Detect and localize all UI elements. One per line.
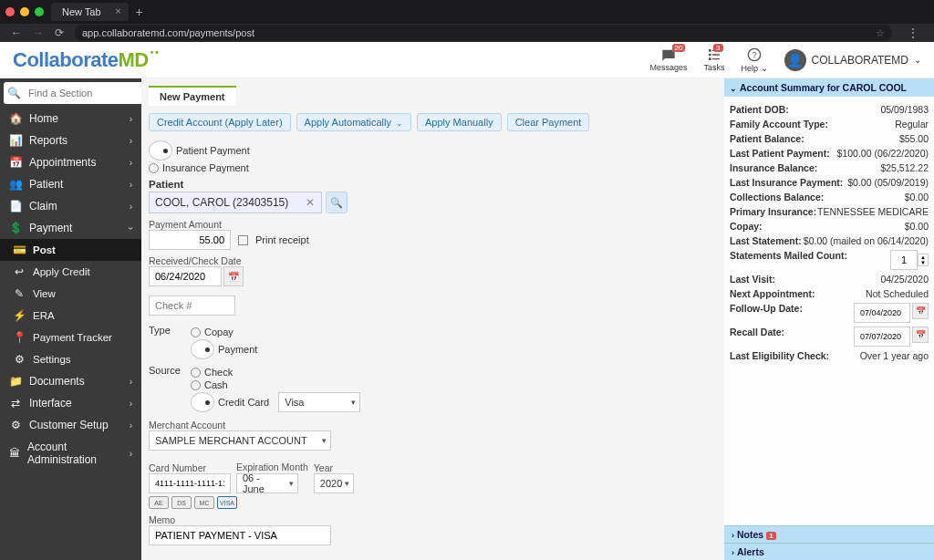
cc-type-select[interactable]: Visa <box>278 392 360 412</box>
window-controls[interactable] <box>5 7 44 16</box>
sidebar-search[interactable]: 🔍 <box>4 82 158 104</box>
clear-patient-icon[interactable]: ✕ <box>306 196 315 209</box>
apply-manually-button[interactable]: Apply Manually <box>417 113 502 131</box>
bookmark-icon[interactable]: ☆ <box>876 27 885 39</box>
maximize-window-icon[interactable] <box>35 7 44 16</box>
sidebar-item-home[interactable]: 🏠Home› <box>0 108 141 130</box>
sidebar-item-claim[interactable]: 📄Claim› <box>0 195 141 217</box>
sidebar-item-account-administration[interactable]: 🏛Account Administration› <box>0 436 141 471</box>
messages-button[interactable]: 20 Messages <box>649 47 687 72</box>
address-bar[interactable]: app.collaboratemd.com/payments/post ☆ <box>75 25 892 41</box>
exp-year-label: Year <box>314 462 354 473</box>
payment-amount-input[interactable] <box>149 230 231 250</box>
received-date-input[interactable] <box>149 266 222 286</box>
notes-toggle[interactable]: ›Notes1 <box>724 525 934 543</box>
source-check-radio[interactable] <box>191 368 201 378</box>
chevron-right-icon: › <box>130 180 132 190</box>
browser-tab[interactable]: New Tab × <box>51 3 129 21</box>
summary-value: Regular <box>895 119 929 130</box>
summary-key: Statements Mailed Count: <box>730 250 847 270</box>
print-receipt-label: Print receipt <box>255 234 309 245</box>
sidebar-subitem-payment-tracker[interactable]: 📍Payment Tracker <box>0 327 141 348</box>
summary-key: Last Insurance Payment: <box>730 177 843 188</box>
help-button[interactable]: ? Help ⌄ <box>742 47 768 73</box>
summary-key: Patient DOB: <box>730 104 789 115</box>
sidebar-item-customer-setup[interactable]: ⚙Customer Setup› <box>0 414 141 436</box>
sidebar-subitem-apply-credit[interactable]: ↩Apply Credit <box>0 261 141 283</box>
chart-icon: 📊 <box>9 134 22 147</box>
summary-header[interactable]: ⌄Account Summary for CAROL COOL <box>724 78 934 97</box>
memo-input[interactable] <box>149 525 331 545</box>
summary-key: Last Visit: <box>730 274 775 285</box>
tasks-button[interactable]: 3 Tasks <box>703 47 724 72</box>
user-menu[interactable]: 👤 COLLABORATEMD ⌄ <box>784 49 921 71</box>
tab-new-payment[interactable]: New Payment <box>149 86 236 106</box>
new-tab-button[interactable]: + <box>136 5 143 19</box>
source-cash-radio[interactable] <box>191 380 201 390</box>
patient-search-button[interactable]: 🔍 <box>326 192 348 213</box>
source-credit-card-radio[interactable] <box>191 392 214 412</box>
summary-row: Copay:$0.00 <box>730 219 929 233</box>
amex-icon: AE <box>149 496 169 509</box>
close-window-icon[interactable] <box>5 7 15 16</box>
card-number-input[interactable] <box>149 473 231 493</box>
received-date-label: Received/Check Date <box>149 255 717 266</box>
summary-row: Patient Balance:$55.00 <box>730 131 929 146</box>
sidebar-item-appointments[interactable]: 📅Appointments› <box>0 151 141 173</box>
forward-button[interactable]: → <box>33 26 44 39</box>
sidebar-subitem-view[interactable]: ✎View <box>0 283 141 305</box>
calendar-icon[interactable]: 📅 <box>912 327 929 343</box>
summary-value: $55.00 <box>899 133 929 144</box>
date-input[interactable] <box>854 303 910 323</box>
sidebar-item-payment[interactable]: 💲Payment› <box>0 217 141 239</box>
apply-automatically-button[interactable]: Apply Automatically ⌄ <box>296 113 411 131</box>
source-check-label: Check <box>204 367 233 378</box>
insurance-payment-radio[interactable] <box>149 163 159 173</box>
sidebar-item-interface[interactable]: ⇄Interface› <box>0 392 141 414</box>
sidebar-item-label: Apply Credit <box>33 266 90 277</box>
sidebar-item-label: Reports <box>29 134 67 147</box>
sidebar-item-label: Account Administration <box>27 441 122 466</box>
type-copay-radio[interactable] <box>191 327 201 337</box>
statements-count-input[interactable] <box>890 250 918 270</box>
clear-payment-button[interactable]: Clear Payment <box>507 113 590 131</box>
notes-label: Notes <box>737 529 763 540</box>
credit-account-button[interactable]: Credit Account (Apply Later) <box>149 113 291 131</box>
summary-key: Primary Insurance: <box>730 206 816 217</box>
calendar-icon[interactable]: 📅 <box>223 266 244 286</box>
sidebar-item-reports[interactable]: 📊Reports› <box>0 130 141 151</box>
discover-icon: DS <box>171 496 192 509</box>
sidebar-subitem-post[interactable]: 💳Post <box>0 239 141 261</box>
payment-amount-label: Payment Amount <box>149 219 717 230</box>
sidebar-item-patient[interactable]: 👥Patient› <box>0 173 141 195</box>
type-payment-radio[interactable] <box>191 339 214 359</box>
sidebar-subitem-era[interactable]: ⚡ERA <box>0 305 141 327</box>
sidebar-item-label: Payment <box>29 222 72 234</box>
patient-payment-radio[interactable] <box>149 140 172 161</box>
calendar-icon[interactable]: 📅 <box>912 303 929 319</box>
search-input[interactable] <box>25 88 158 99</box>
back-button[interactable]: ← <box>11 26 22 39</box>
close-tab-icon[interactable]: × <box>115 5 120 16</box>
exp-year-select[interactable]: 2020 <box>314 473 354 493</box>
alerts-label: Alerts <box>737 546 764 557</box>
minimize-window-icon[interactable] <box>20 7 29 16</box>
summary-key: Family Account Type: <box>730 119 828 130</box>
logo-text-b: MD <box>119 48 149 71</box>
summary-key: Recall Date: <box>730 327 784 347</box>
browser-menu-icon[interactable]: ⋮ <box>903 26 923 40</box>
merchant-account-select[interactable]: SAMPLE MERCHANT ACCOUNT <box>149 430 331 451</box>
sidebar-item-label: Interface <box>29 397 72 410</box>
print-receipt-checkbox[interactable] <box>238 235 248 245</box>
summary-row: Collections Balance:$0.00 <box>730 190 929 204</box>
sidebar-item-documents[interactable]: 📁Documents› <box>0 370 141 392</box>
sidebar-subitem-settings[interactable]: ⚙Settings <box>0 348 141 370</box>
reload-button[interactable]: ⟳ <box>55 26 64 39</box>
patient-field[interactable]: COOL, CAROL (23403515) <box>149 192 322 213</box>
alerts-toggle[interactable]: ›Alerts <box>724 543 934 560</box>
exp-month-select[interactable]: 06 - June <box>236 473 298 493</box>
check-number-input[interactable] <box>149 296 235 316</box>
date-input[interactable] <box>854 327 910 347</box>
summary-row: Last Visit:04/25/2020 <box>730 272 929 286</box>
stepper[interactable]: ▲▼ <box>918 254 929 266</box>
